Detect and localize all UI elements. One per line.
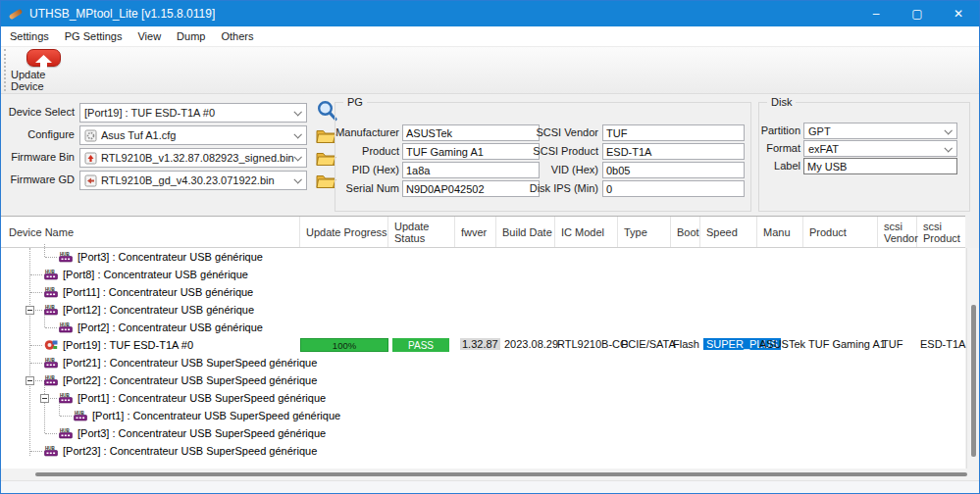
partition-combo[interactable]: GPT <box>803 123 957 139</box>
manufacturer-field[interactable] <box>402 124 540 141</box>
config-file-icon <box>84 129 97 142</box>
status-bar <box>1 480 980 493</box>
tree-row-label: [Port3] : Concentrateur USB SuperSpeed g… <box>77 427 326 439</box>
tree-row[interactable]: HUB [Port3] : Concentrateur USB SuperSpe… <box>1 424 965 442</box>
tree-row[interactable]: HUB [Port1] : Concentrateur USB SuperSpe… <box>1 407 965 424</box>
scsi-product-field[interactable] <box>602 143 745 160</box>
col-update-status[interactable]: Update Status <box>388 217 455 247</box>
firmware-bin-combo[interactable]: RTL9210B_v1.32.87.082923_signed.bin <box>79 148 307 168</box>
menu-pg-settings[interactable]: PG Settings <box>57 26 130 46</box>
tree-row[interactable]: HUB [Port1] : Concentrateur USB SuperSpe… <box>1 389 965 407</box>
chevron-down-icon <box>944 144 952 152</box>
col-update-progress[interactable]: Update Progress <box>300 217 388 247</box>
partition-label: Partition <box>759 123 800 139</box>
collapse-toggle-icon[interactable] <box>26 376 34 385</box>
tree-row-device[interactable]: [Port19] : TUF ESD-T1A #0 100% PASS 1.32… <box>1 336 965 354</box>
tree-row[interactable]: HUB [Port8] : Concentrateur USB génériqu… <box>1 266 965 283</box>
serial-num-field[interactable] <box>402 180 540 197</box>
horizontal-scrollbar[interactable] <box>1 469 980 480</box>
chevron-down-icon <box>293 130 301 138</box>
format-value: exFAT <box>808 143 839 155</box>
device-tree: HUB [Port3] : Concentrateur USB génériqu… <box>1 248 965 469</box>
build-date-value: 2023.08.29 <box>504 338 558 350</box>
usb-hub-icon: HUB <box>44 374 60 388</box>
disk-label-label: Label <box>759 158 800 174</box>
vertical-scrollbar-thumb[interactable] <box>971 305 976 457</box>
usb-hub-icon: HUB <box>44 357 60 370</box>
scsi-product-label: SCSI Product <box>532 143 598 160</box>
vid-field[interactable] <box>602 162 745 178</box>
usb-hub-icon: HUB <box>59 251 75 265</box>
tree-row[interactable]: HUB [Port12] : Concentrateur USB génériq… <box>1 301 965 319</box>
horizontal-scrollbar-thumb[interactable] <box>35 472 967 476</box>
disk-label-field[interactable] <box>803 158 957 174</box>
tree-row[interactable]: HUB [Port22] : Concentrateur USB SuperSp… <box>1 371 965 389</box>
svg-text:HUB: HUB <box>45 270 55 274</box>
format-combo[interactable]: exFAT <box>803 140 957 157</box>
col-product[interactable]: Product <box>803 217 878 247</box>
tree-row-label: [Port23] : Concentrateur USB SuperSpeed … <box>63 445 317 457</box>
menu-dump[interactable]: Dump <box>169 26 213 46</box>
menu-settings[interactable]: Settings <box>1 26 57 46</box>
format-label: Format <box>759 140 800 157</box>
col-scsi-vendor[interactable]: scsi Vendor <box>878 217 917 247</box>
col-manu[interactable]: Manu <box>757 217 803 247</box>
vertical-scrollbar[interactable] <box>966 248 979 469</box>
disk-group-title: Disk <box>767 96 796 108</box>
menu-view[interactable]: View <box>129 26 169 46</box>
fwver-value: 1.32.87 <box>460 338 500 350</box>
collapse-toggle-icon[interactable] <box>40 394 49 403</box>
col-device-name[interactable]: Device Name <box>1 217 300 247</box>
tree-row[interactable]: HUB [Port11] : Concentrateur USB génériq… <box>1 283 965 301</box>
disk-group: Disk Partition GPT Format exFAT Label <box>758 102 970 212</box>
disk-ips-field[interactable] <box>602 180 745 197</box>
col-fwver[interactable]: fwver <box>455 217 496 247</box>
tree-row[interactable]: HUB [Port3] : Concentrateur USB génériqu… <box>1 248 965 266</box>
firmware-gd-value: RTL9210B_gd_v4.30.23.071922.bin <box>101 174 275 186</box>
tree-row[interactable]: HUB [Port21] : Concentrateur USB SuperSp… <box>1 354 965 371</box>
app-icon <box>8 6 24 22</box>
usb-hub-icon: HUB <box>59 392 75 406</box>
tree-row-label: [Port1] : Concentrateur USB SuperSpeed g… <box>77 392 326 404</box>
pg-group: PG Manufacturer Product PID (Hex) Serial… <box>335 102 751 212</box>
svg-text:HUB: HUB <box>45 358 55 363</box>
device-select-combo[interactable]: [Port19] : TUF ESD-T1A #0 <box>79 103 307 123</box>
col-build-date[interactable]: Build Date <box>496 217 555 247</box>
pg-group-title: PG <box>343 96 367 108</box>
scsi-vendor-field[interactable] <box>602 124 745 141</box>
col-boot[interactable]: Boot <box>671 217 700 247</box>
toolbar: Update Device <box>1 47 979 94</box>
pid-field[interactable] <box>402 162 540 178</box>
scsi-vendor-value: TUF <box>882 338 903 350</box>
tree-row[interactable]: HUB [Port2] : Concentrateur USB génériqu… <box>1 319 965 336</box>
svg-text:HUB: HUB <box>45 446 55 451</box>
chevron-down-icon <box>293 175 301 183</box>
menu-others[interactable]: Others <box>213 26 261 46</box>
firmware-file-icon <box>84 174 97 187</box>
tree-row-label: [Port11] : Concentrateur USB générique <box>63 286 253 298</box>
minimize-button[interactable]: – <box>855 1 897 26</box>
tree-row-label: [Port3] : Concentrateur USB générique <box>77 251 263 263</box>
col-speed[interactable]: Speed <box>700 217 757 247</box>
tree-row[interactable]: HUB [Port23] : Concentrateur USB SuperSp… <box>1 442 965 460</box>
firmware-bin-label: Firmware Bin <box>3 151 75 163</box>
firmware-gd-combo[interactable]: RTL9210B_gd_v4.30.23.071922.bin <box>79 171 307 190</box>
usb-hub-icon: HUB <box>74 410 89 423</box>
col-type[interactable]: Type <box>618 217 671 247</box>
col-ic-model[interactable]: IC Model <box>555 217 618 247</box>
usb-hub-icon: HUB <box>44 269 60 282</box>
tree-row-label: [Port21] : Concentrateur USB SuperSpeed … <box>63 357 317 369</box>
collapse-toggle-icon[interactable] <box>26 306 34 315</box>
device-select-label: Device Select <box>3 106 75 118</box>
firmware-file-icon <box>84 152 97 165</box>
product-field[interactable] <box>402 143 540 160</box>
svg-text:HUB: HUB <box>45 287 55 292</box>
close-button[interactable]: ✕ <box>938 1 979 26</box>
maximize-button[interactable]: ▢ <box>897 1 938 26</box>
tree-row-label: [Port1] : Concentrateur USB SuperSpeed g… <box>92 410 340 421</box>
col-scsi-product[interactable]: scsi Product <box>917 217 965 247</box>
svg-text:HUB: HUB <box>60 252 70 257</box>
update-device-button[interactable]: Update Device <box>11 49 76 92</box>
configure-combo[interactable]: Asus Tuf A1.cfg <box>79 125 307 145</box>
disk-ips-label: Disk IPS (Min) <box>528 180 598 197</box>
